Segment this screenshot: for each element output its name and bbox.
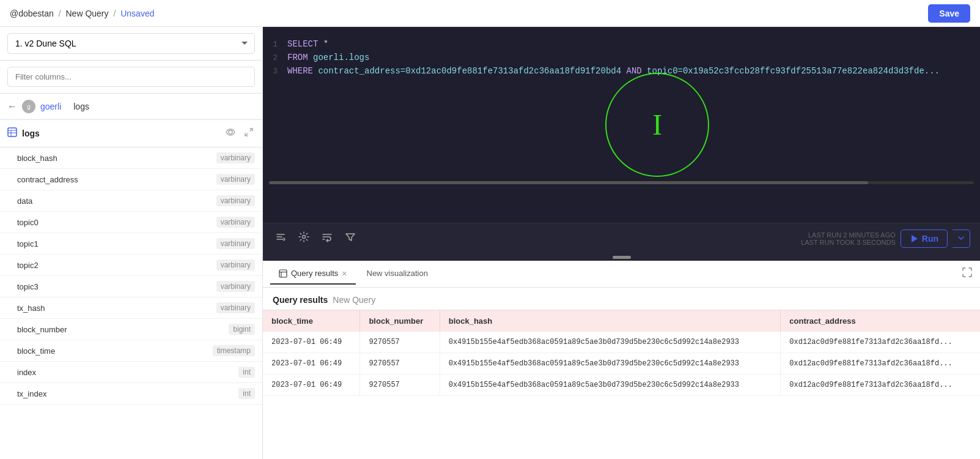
last-took-label: LAST RUN TOOK 3 SECONDS (801, 239, 896, 246)
schema-select[interactable]: 1. v2 Dune SQL (7, 33, 255, 54)
column-type: varbinary (216, 281, 255, 292)
column-name: topic1 (17, 239, 39, 248)
editor-toolbar: LAST RUN 2 MINUTES AGO LAST RUN TOOK 3 S… (263, 223, 980, 253)
expand-table-button[interactable] (243, 126, 255, 141)
settings-icon[interactable] (296, 229, 312, 248)
column-row: tx_hashvarbinary (0, 297, 262, 319)
column-type: varbinary (216, 152, 255, 163)
tab-new-visualization[interactable]: New visualization (358, 264, 437, 285)
run-info: LAST RUN 2 MINUTES AGO LAST RUN TOOK 3 S… (801, 231, 896, 246)
column-name: data (17, 196, 32, 206)
editor-area[interactable]: 1SELECT *2FROM goerli.logs3WHERE contrac… (263, 27, 980, 223)
editor-scrollbar[interactable] (263, 181, 980, 186)
column-type: varbinary (216, 238, 255, 249)
column-name: tx_hash (17, 304, 45, 313)
nav-back: ← g goerli logs (0, 94, 262, 120)
breadcrumb: @dobestan / New Query / Unsaved (10, 9, 154, 18)
preview-table-button[interactable] (224, 126, 237, 141)
column-type: varbinary (216, 174, 255, 185)
table-name: logs (22, 129, 40, 138)
table-cell: 0x4915b155e4af5edb368ac0591a89c5ae3b0d73… (440, 375, 781, 396)
tab-close-icon[interactable]: × (342, 269, 347, 278)
table-actions (224, 126, 255, 141)
tab-query-results-label: Query results (291, 269, 338, 278)
editor-line: 1SELECT * (263, 39, 980, 53)
toolbar-left (273, 229, 358, 248)
save-button[interactable]: Save (928, 4, 970, 23)
filter-columns-input[interactable] (7, 67, 255, 87)
column-name: block_time (17, 346, 55, 356)
line-number: 1 (263, 39, 287, 49)
table-cell: 0xd12ac0d9fe881fe7313afd2c36aa18fd... (781, 332, 980, 353)
format-icon[interactable] (273, 229, 289, 248)
table-cell: 9270557 (360, 375, 440, 396)
column-name: tx_index (17, 389, 46, 398)
table-cell: 2023-07-01 06:49 (263, 375, 360, 396)
editor-content: 1SELECT *2FROM goerli.logs3WHERE contrac… (263, 27, 980, 92)
breadcrumb-query: New Query (66, 9, 109, 18)
column-name: topic0 (17, 218, 39, 227)
table-cell: 9270557 (360, 332, 440, 353)
run-label: Run (922, 234, 938, 244)
tabs-left: Query results × New visualization (270, 264, 437, 285)
svg-marker-8 (912, 235, 918, 242)
column-type: int (238, 388, 255, 399)
table-cell: 2023-07-01 06:49 (263, 332, 360, 353)
run-button[interactable]: Run (901, 230, 948, 248)
table-cell: 9270557 (360, 353, 440, 375)
svg-point-6 (229, 130, 232, 134)
fullscreen-button[interactable] (962, 267, 973, 281)
column-list: block_hashvarbinarycontract_addressvarbi… (0, 147, 262, 459)
table-cell: 0x4915b155e4af5edb368ac0591a89c5ae3b0d73… (440, 353, 781, 375)
last-run-label: LAST RUN 2 MINUTES AGO (801, 231, 896, 239)
breadcrumb-sep1: / (59, 9, 61, 18)
table-row: 2023-07-01 06:4992705570x4915b155e4af5ed… (263, 353, 980, 375)
line-number: 2 (263, 53, 287, 62)
table-icon (7, 127, 17, 140)
tab-query-results[interactable]: Query results × (270, 264, 356, 285)
column-row: topic3varbinary (0, 276, 262, 297)
results-actions (962, 267, 973, 281)
breadcrumb-username: @dobestan (10, 9, 54, 18)
data-table-wrap[interactable]: block_timeblock_numberblock_hashcontract… (263, 310, 980, 459)
editor-scrollbar-thumb (269, 181, 868, 184)
column-name: contract_address (17, 175, 78, 184)
column-name: block_number (17, 325, 67, 334)
table-row: 2023-07-01 06:4992705570x4915b155e4af5ed… (263, 332, 980, 353)
main-layout: 1. v2 Dune SQL ← g goerli logs (0, 27, 980, 459)
column-row: topic2varbinary (0, 255, 262, 276)
nav-username-link[interactable]: goerli (40, 102, 61, 111)
schema-selector: 1. v2 Dune SQL (0, 27, 262, 61)
column-type: timestamp (213, 345, 255, 356)
table-row: 2023-07-01 06:4992705570x4915b155e4af5ed… (263, 375, 980, 396)
results-panel: Query results New Query block_timeblock_… (263, 288, 980, 459)
column-type: varbinary (216, 195, 255, 206)
divider-handle (613, 256, 631, 259)
column-name: block_hash (17, 154, 57, 163)
table-name-wrap: logs (7, 127, 40, 140)
breadcrumb-status: Unsaved (120, 9, 154, 18)
line-code: WHERE contract_address=0xd12ac0d9fe881fe… (287, 66, 940, 76)
column-row: indexint (0, 362, 262, 383)
divider[interactable] (263, 253, 980, 261)
column-row: datavarbinary (0, 190, 262, 212)
line-code: SELECT * (287, 39, 328, 49)
column-name: topic2 (17, 261, 39, 270)
back-arrow-icon[interactable]: ← (7, 101, 17, 112)
table-column-header: block_time (263, 310, 360, 332)
run-chevron-button[interactable] (952, 230, 970, 248)
results-header: Query results New Query (263, 288, 980, 310)
filter-icon[interactable] (342, 229, 358, 248)
cursor-i-beam: I (652, 110, 662, 140)
filter-input-wrap (0, 61, 262, 94)
line-code: FROM goerli.logs (287, 53, 369, 62)
sidebar: 1. v2 Dune SQL ← g goerli logs (0, 27, 263, 459)
svg-point-7 (303, 236, 306, 239)
wrap-icon[interactable] (319, 229, 335, 248)
table-column-header: block_number (360, 310, 440, 332)
column-type: varbinary (216, 259, 255, 271)
column-row: contract_addressvarbinary (0, 169, 262, 190)
editor-line: 3WHERE contract_address=0xd12ac0d9fe881f… (263, 66, 980, 80)
column-type: bigint (229, 324, 255, 335)
column-name: index (17, 368, 36, 377)
